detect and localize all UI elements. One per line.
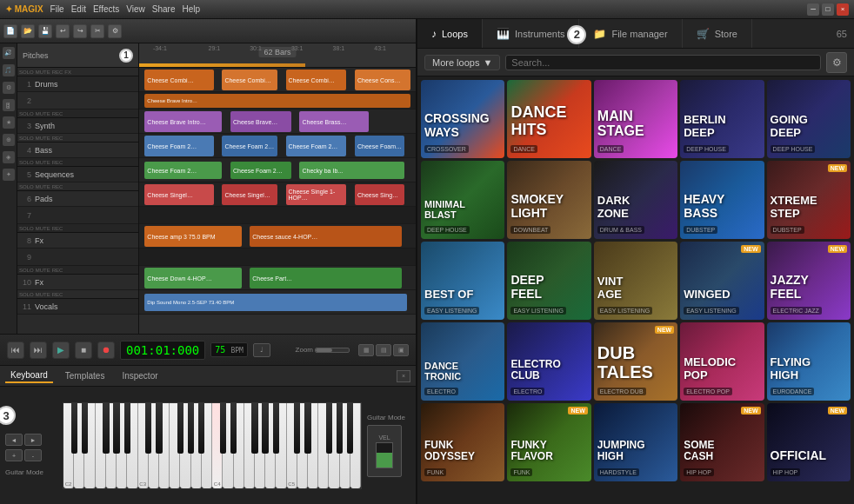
browser-settings-button[interactable]: ⚙ [826,52,847,73]
loop-card-minimal-blast[interactable]: minimalblast DEEP HOUSE [421,161,504,239]
white-key-c5[interactable]: C5 [287,403,297,488]
clip-3-3[interactable]: Cheese Brass… [299,111,369,132]
white-key-f2[interactable] [96,403,106,488]
loop-card-vintage[interactable]: VINTAGE EASY LISTENING [594,242,677,320]
clip-4-2[interactable]: Cheese Foam 2… [222,136,277,156]
clip-4-1[interactable]: Cheese Foam 2… [144,136,214,156]
white-key-e4[interactable] [234,403,244,488]
metronome-btn[interactable]: ♩ [253,343,270,357]
tab-instruments[interactable]: 🎹 Instruments [483,19,579,48]
left-icon-5[interactable]: ★ [3,116,15,129]
menu-help[interactable]: Help [183,4,201,14]
kbd-minus-btn[interactable]: - [24,449,42,461]
browser-search-input[interactable] [505,55,821,70]
loop-card-winged[interactable]: NEW WINGED EASY LISTENING [680,242,764,320]
clip-5-2[interactable]: Cheese Foam 2… [230,162,291,179]
track-item-2[interactable]: 2 [17,92,138,109]
toolbar-settings[interactable]: ⚙ [108,24,122,38]
white-key-d4[interactable] [223,403,233,488]
kbd-left-btn[interactable]: ◄ [5,434,23,446]
white-key-b3[interactable] [202,403,212,488]
tab-file-manager[interactable]: 📁 File manager [579,19,682,48]
clip-8-1[interactable]: Cheese amp 3 75.0 BPM [144,226,241,247]
loop-card-deep-feel[interactable]: DEEPFEEL EASY LISTENING [507,242,590,320]
loop-card-jazzy-feel[interactable]: NEW JAZZYFeel ELECTRIC JAZZ [767,242,851,320]
clip-4-3[interactable]: Cheese Foam 2… [286,136,347,156]
clip-6-3[interactable]: Cheese Single 1-HOP… [286,184,347,205]
toolbar-open[interactable]: 📂 [21,24,35,38]
skip-back-button[interactable]: ⏭ [30,342,47,359]
record-button[interactable]: ⏺ [97,342,115,359]
clip-5-3[interactable]: Checky ba Ib... [299,162,404,179]
tab-keyboard[interactable]: Keyboard [5,368,53,383]
zoom-slider[interactable] [315,348,350,353]
white-key-c3[interactable]: C3 [138,403,149,488]
white-key-e5[interactable] [308,403,318,488]
loop-card-xtreme-step[interactable]: NEW xtremestep DUBSTEP [767,161,851,239]
toolbar-cut[interactable]: ✂ [90,24,104,38]
white-key-a4[interactable] [265,403,276,488]
loop-card-smokey-light[interactable]: SMOKEYLIGHT DOWNBEAT [507,161,590,239]
clip-10-2[interactable]: Cheese Part… [250,268,402,288]
white-key-g4[interactable] [255,403,265,488]
loop-card-dark-zone[interactable]: DARKZONE DRUM & BASS [594,161,677,239]
loops-dropdown[interactable]: More loops ▼ [424,55,500,70]
clip-11-1[interactable]: Dip Sound Mono 2.5-SEP 73.40 BPM [144,294,407,311]
menu-effects[interactable]: Effects [93,4,119,14]
left-icon-1[interactable]: 🔊 [3,47,15,59]
clip-5-1[interactable]: Cheese Foam 2… [144,162,222,179]
toolbar-undo[interactable]: ↩ [56,24,70,38]
white-key-a2[interactable] [117,403,127,488]
left-icon-8[interactable]: ✦ [3,169,15,181]
loop-card-going-deep[interactable]: goingdeep DEEP HOUSE [767,80,851,158]
white-key-f5[interactable] [318,403,329,488]
loop-card-official[interactable]: NEW OFFICIAL HIP HOP [767,403,851,481]
track-item-7[interactable]: 7 [17,207,138,224]
view-btn-2[interactable]: ▤ [376,344,391,356]
clip-3-2[interactable]: Cheese Brave… [230,111,291,132]
left-icon-4[interactable]: 🎛 [3,99,15,111]
loop-card-crossing-ways[interactable]: CROSSINGWAYS CROSSOVER [421,80,504,158]
white-key-c4[interactable]: C4 [212,403,223,488]
view-btn-1[interactable]: ▦ [358,344,374,356]
left-icon-2[interactable]: 🎵 [3,64,15,76]
white-key-d5[interactable] [297,403,308,488]
loop-card-berlin-deep[interactable]: berlindeep DEEP HOUSE [680,80,764,158]
track-item-3[interactable]: SOLOMUTEREC 3 Synth [17,109,138,134]
loop-card-heavy-bass[interactable]: heavybass DUBSTEP [680,161,764,239]
loop-card-main-stage[interactable]: MAINSTAGE DANCE [594,80,677,158]
piano-keys[interactable]: C2 C3 C4 [63,402,362,489]
clip-1-3[interactable]: Cheese Combi… [286,70,347,90]
clip-6-1[interactable]: Cheese Singel… [144,184,214,205]
white-key-e3[interactable] [159,403,170,488]
loop-card-electro-club[interactable]: ELECTROCLUB ELECTRO [507,322,590,401]
white-key-d3[interactable] [149,403,159,488]
loop-card-dance-hits[interactable]: DANCEHITS DANCE [507,80,590,158]
white-key-a3[interactable] [191,403,202,488]
clip-3-1[interactable]: Cheese Brave Intro… [144,111,222,132]
menu-view[interactable]: View [126,4,145,14]
clip-6-4[interactable]: Cheese Sing… [355,184,404,205]
loop-card-jumping-high[interactable]: JUMPINGHIGH HARDSTYLE [594,403,677,481]
kbd-right-btn[interactable]: ► [24,434,42,446]
left-icon-3[interactable]: ⚙ [3,82,15,94]
track-item-1[interactable]: SOLOMUTERECFX 1 Drums [17,68,138,92]
track-item-9[interactable]: 9 [17,249,138,266]
stop-button[interactable]: ■ [75,342,92,359]
toolbar-save[interactable]: 💾 [38,24,52,38]
clip-6-2[interactable]: Cheese Singel… [222,184,277,205]
menu-edit[interactable]: Edit [71,4,86,14]
white-key-b2[interactable] [127,403,137,488]
track-item-4[interactable]: SOLOMUTEREC 4 Bass [17,134,138,158]
toolbar-redo[interactable]: ↪ [73,24,87,38]
menu-share[interactable]: Share [152,4,176,14]
clip-10-1[interactable]: Cheese Down 4-HOP… [144,268,241,288]
menu-file[interactable]: File [50,4,64,14]
white-key-b5[interactable] [350,403,361,488]
left-icon-6[interactable]: ⊕ [3,134,15,146]
rewind-button[interactable]: ⏮ [7,342,24,359]
white-key-f4[interactable] [244,403,255,488]
track-item-5[interactable]: SOLOMUTEREC 5 Sequences [17,158,138,182]
loop-card-funk-odyssey[interactable]: FUNKODYSSEY FUNK [421,403,504,481]
white-key-f3[interactable] [170,403,180,488]
